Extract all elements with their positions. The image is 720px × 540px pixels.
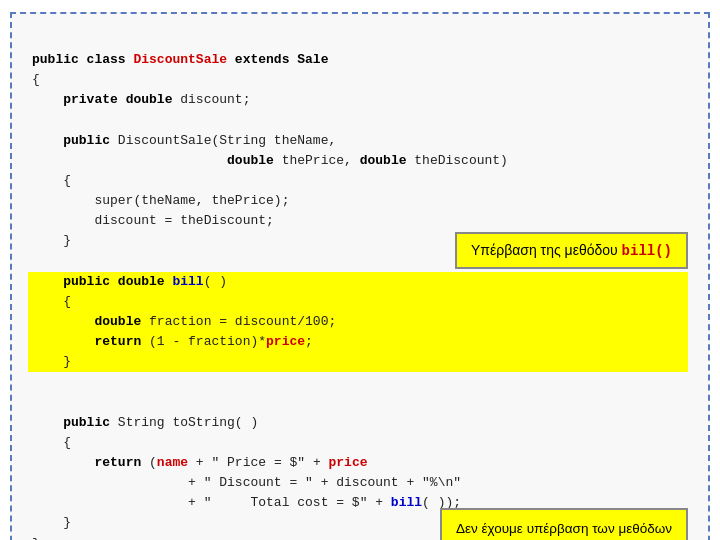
code-line-22: + " Total cost = $" + bill( ));: [32, 495, 461, 510]
main-container: public class DiscountSale extends Sale {…: [10, 12, 710, 540]
code-line-19: {: [32, 435, 71, 450]
code-line-15: return (1 - fraction)*price;: [32, 334, 313, 349]
code-line-11: [32, 254, 40, 269]
code-line-2: {: [32, 72, 40, 87]
tooltip-bill: Υπέρβαση της μεθόδου bill(): [455, 232, 688, 269]
code-line-24: }: [32, 536, 40, 540]
code-line-1: public class DiscountSale extends Sale: [32, 52, 328, 67]
code-line-9: discount = theDiscount;: [32, 213, 274, 228]
highlighted-method: public double bill( ) { double fraction …: [28, 272, 688, 373]
code-line-23: }: [32, 515, 71, 530]
code-line-4: [32, 113, 40, 128]
code-block: public class DiscountSale extends Sale {…: [32, 30, 688, 540]
code-line-5: public DiscountSale(String theName,: [32, 133, 336, 148]
code-line-7: {: [32, 173, 71, 188]
code-line-10: }: [32, 233, 71, 248]
code-line-14: double fraction = discount/100;: [32, 314, 336, 329]
code-line-3: private double discount;: [32, 92, 250, 107]
code-line-16: }: [32, 354, 71, 369]
code-line-12: public double bill( ): [32, 274, 227, 289]
code-line-18: public String toString( ): [32, 415, 258, 430]
code-line-20: return (name + " Price = $" + price: [32, 455, 368, 470]
bottom-note-line1: Δεν έχουμε υπέρβαση των μεθόδων: [456, 521, 672, 536]
tooltip-bill-method: bill(): [622, 243, 672, 259]
code-line-17: [32, 395, 40, 410]
tooltip-bill-prefix: Υπέρβαση της μεθόδου: [471, 242, 622, 258]
bottom-note: Δεν έχουμε υπέρβαση των μεθόδων equalDea…: [440, 508, 688, 540]
code-line-21: + " Discount = " + discount + "%\n": [32, 475, 461, 490]
code-line-6: double thePrice, double theDiscount): [32, 153, 508, 168]
code-line-8: super(theName, thePrice);: [32, 193, 289, 208]
code-line-13: {: [32, 294, 71, 309]
